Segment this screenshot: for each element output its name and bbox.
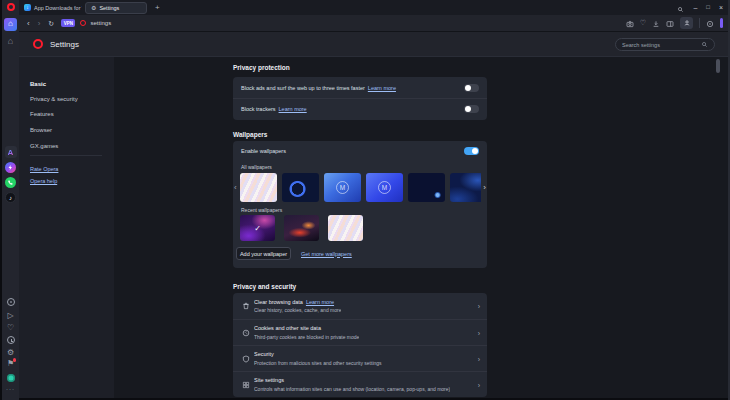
- window-controls: – □ ×: [677, 0, 723, 15]
- tab-label: Settings: [99, 5, 119, 11]
- nav-item-basic[interactable]: Basic: [30, 81, 46, 87]
- downloads-icon[interactable]: [652, 14, 660, 32]
- address-bar: ‹ › ↻ VPN settings ♡: [19, 15, 728, 32]
- panels-icon[interactable]: [666, 14, 674, 32]
- settings-nav: Basic Privacy & security Features Browse…: [19, 57, 114, 398]
- block-ads-row: Block ads and surf the web up to three t…: [233, 77, 487, 98]
- messenger-icon: [5, 162, 16, 173]
- recent-wallpapers-label: Recent wallpapers: [241, 207, 282, 213]
- workspace-secondary-button[interactable]: ⌂: [2, 36, 19, 46]
- rate-opera-link[interactable]: Rate Opera: [30, 166, 58, 172]
- teal-app-icon: [7, 374, 15, 382]
- history-sidebar-button[interactable]: [2, 336, 19, 344]
- player-sidebar-button[interactable]: [2, 298, 19, 306]
- search-icon: [701, 41, 708, 48]
- workspace-icon: ⌂: [8, 36, 13, 46]
- sidebar-accent-pill: [720, 18, 723, 28]
- site-settings-grid-icon: [237, 381, 254, 389]
- play-sidebar-button[interactable]: ▷: [2, 311, 19, 320]
- nav-item-gx-games[interactable]: GX.games: [30, 143, 58, 149]
- new-tab-button[interactable]: +: [155, 2, 160, 13]
- add-wallpaper-button[interactable]: Add your wallpaper: [236, 247, 291, 260]
- forward-button[interactable]: ›: [38, 15, 41, 32]
- snapshot-camera-icon[interactable]: [626, 14, 634, 32]
- tab-settings[interactable]: ⚙ Settings: [85, 2, 147, 14]
- recent-wallpaper-car[interactable]: [284, 215, 319, 241]
- address-bar-actions: ♡: [626, 14, 728, 32]
- m-logo-icon: M: [336, 181, 349, 194]
- extensions-sidebar-button[interactable]: ⚙: [2, 348, 19, 357]
- close-button[interactable]: ×: [719, 0, 723, 15]
- tab-app-downloads[interactable]: ↓ App Downloads for Wind: [24, 2, 82, 13]
- row-subtitle: Controls what information sites can use …: [254, 386, 450, 392]
- notification-dot: [13, 358, 17, 362]
- recent-wallpaper-stripes[interactable]: [328, 215, 363, 241]
- minimize-button[interactable]: –: [693, 0, 697, 15]
- tiktok-icon: ♪: [5, 192, 16, 203]
- wallpaper-thumb-light-stripes[interactable]: [240, 173, 277, 202]
- block-ads-toggle[interactable]: [464, 84, 479, 92]
- easy-setup-icon[interactable]: [706, 14, 714, 32]
- url-text[interactable]: settings: [90, 20, 111, 26]
- history-clock-icon: [7, 336, 15, 344]
- trash-icon: [237, 302, 254, 310]
- wallpaper-thumb-indigo-m[interactable]: M: [366, 173, 403, 202]
- cookie-icon: [237, 329, 254, 337]
- opera-help-link[interactable]: Opera help: [30, 178, 57, 184]
- vpn-badge[interactable]: VPN: [61, 19, 75, 27]
- row-subtitle: Third-party cookies are blocked in priva…: [254, 334, 359, 340]
- whats-new-sidebar-button[interactable]: ⚑: [2, 360, 19, 368]
- aria-icon: A: [5, 146, 17, 158]
- download-favicon-icon: ↓: [24, 4, 31, 11]
- scrollbar-thumb[interactable]: [716, 59, 720, 73]
- learn-more-link[interactable]: Learn more: [306, 299, 334, 305]
- recent-wallpaper-selected[interactable]: ✓: [240, 215, 275, 241]
- opera-logo-icon: [7, 3, 15, 11]
- block-trackers-toggle[interactable]: [464, 105, 479, 113]
- nav-item-privacy-security[interactable]: Privacy & security: [30, 96, 78, 102]
- chevron-right-icon: ›: [478, 355, 480, 362]
- sidebar-more-button[interactable]: ···: [2, 386, 19, 392]
- maximize-button[interactable]: □: [706, 0, 710, 15]
- opera-menu-button[interactable]: [2, 3, 19, 11]
- profile-button[interactable]: [680, 17, 693, 29]
- divider: [699, 18, 700, 28]
- reload-button[interactable]: ↻: [48, 15, 54, 32]
- whatsapp-sidebar-button[interactable]: [2, 177, 19, 188]
- wallpaper-thumb-blue-waves[interactable]: [450, 173, 481, 202]
- wallpaper-thumb-dark-sphere[interactable]: [408, 173, 445, 202]
- aria-sidebar-button[interactable]: A: [2, 146, 19, 158]
- enable-wallpapers-toggle[interactable]: [464, 147, 479, 155]
- flag-icon: ⚑: [7, 360, 14, 368]
- clear-browsing-data-row[interactable]: Clear browsing dataLearn more Clear hist…: [233, 293, 487, 319]
- row-label: Enable wallpapers: [241, 148, 286, 154]
- learn-more-link[interactable]: Learn more: [279, 106, 307, 112]
- search-settings-input[interactable]: [622, 42, 697, 48]
- messenger-sidebar-button[interactable]: [2, 162, 19, 173]
- carousel-prev-chevron-icon[interactable]: ‹: [234, 183, 237, 192]
- wallpaper-thumb-ring[interactable]: [282, 173, 319, 202]
- carousel-next-chevron-icon[interactable]: ›: [483, 183, 486, 192]
- back-button[interactable]: ‹: [27, 15, 30, 32]
- site-settings-row[interactable]: Site settings Controls what information …: [233, 371, 487, 397]
- tiktok-sidebar-button[interactable]: ♪: [2, 192, 19, 203]
- cookies-row[interactable]: Cookies and other site data Third-party …: [233, 319, 487, 345]
- workspace-active-button[interactable]: ⌂: [2, 18, 19, 31]
- bookmarks-sidebar-button[interactable]: ♡: [2, 323, 19, 332]
- security-row[interactable]: Security Protection from malicious sites…: [233, 345, 487, 371]
- page-title: Settings: [50, 40, 79, 49]
- bookmark-heart-icon[interactable]: ♡: [640, 19, 646, 27]
- search-settings-box[interactable]: [615, 38, 715, 51]
- pinned-app-sidebar-button[interactable]: [2, 374, 19, 382]
- get-more-wallpapers-link[interactable]: Get more wallpapers: [301, 251, 352, 257]
- nav-item-features[interactable]: Features: [30, 111, 54, 117]
- wallpaper-thumbnails: M M: [240, 173, 481, 202]
- nav-item-browser[interactable]: Browser: [30, 127, 52, 133]
- m-logo-icon: M: [378, 181, 391, 194]
- enable-wallpapers-row: Enable wallpapers: [241, 146, 479, 156]
- wallpaper-thumb-blue-m[interactable]: M: [324, 173, 361, 202]
- shield-icon: [237, 355, 254, 363]
- row-subtitle: Protection from malicious sites and othe…: [254, 360, 382, 366]
- learn-more-link[interactable]: Learn more: [368, 85, 396, 91]
- settings-content: Privacy protection Block ads and surf th…: [233, 57, 487, 398]
